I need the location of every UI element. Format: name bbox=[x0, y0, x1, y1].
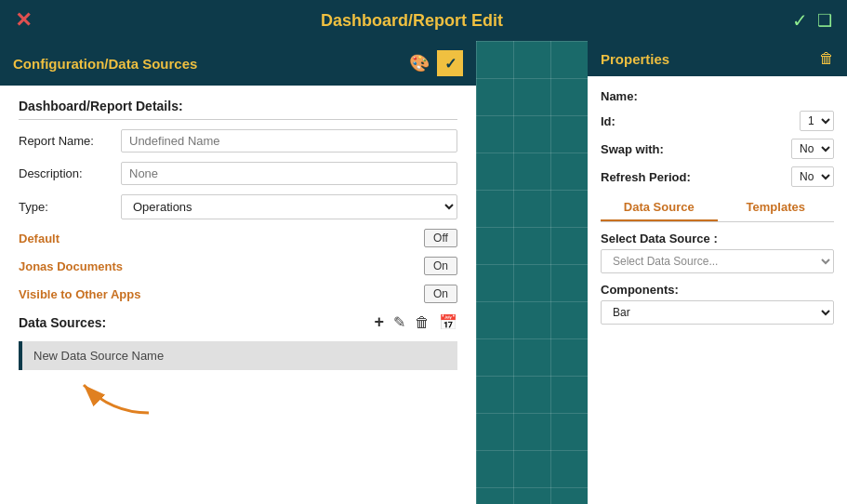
select-datasource-row: Select Data Source : Select Data Source.… bbox=[601, 232, 834, 273]
components-label: Components: bbox=[601, 283, 834, 297]
report-name-input[interactable] bbox=[121, 129, 457, 153]
check-box-icon[interactable]: ✓ bbox=[437, 50, 463, 76]
datasources-title: Data Sources: bbox=[19, 315, 374, 330]
swap-select[interactable]: No bbox=[791, 139, 834, 159]
default-toggle[interactable]: Off bbox=[424, 229, 457, 247]
top-header: ✕ Dashboard/Report Edit ✓ ❑ bbox=[0, 0, 847, 41]
right-panel-header: Properties 🗑 bbox=[588, 41, 847, 76]
left-panel-header-icons: 🎨 ✓ bbox=[409, 50, 463, 76]
right-panel: Properties 🗑 Name: Id: 1 Swap with: No bbox=[588, 41, 847, 504]
datasources-header: Data Sources: + ✎ 🗑 📅 bbox=[19, 312, 457, 332]
close-button[interactable]: ✕ bbox=[15, 8, 32, 33]
report-name-row: Report Name: bbox=[19, 129, 457, 153]
description-row: Description: bbox=[19, 162, 457, 185]
datasource-item[interactable]: New Data Source Name bbox=[19, 341, 457, 370]
swap-row: Swap with: No bbox=[601, 139, 834, 159]
default-toggle-row: Default Off bbox=[19, 229, 457, 247]
visible-apps-toggle[interactable]: On bbox=[424, 285, 457, 303]
jonas-documents-toggle-row: Jonas Documents On bbox=[19, 257, 457, 275]
arrow-svg bbox=[74, 376, 167, 422]
left-panel-header: Configuration/Data Sources 🎨 ✓ bbox=[0, 41, 476, 86]
jonas-documents-toggle[interactable]: On bbox=[424, 257, 457, 275]
tab-templates[interactable]: Templates bbox=[718, 194, 835, 221]
grid-lines bbox=[476, 41, 588, 504]
left-panel: Configuration/Data Sources 🎨 ✓ Dashboard… bbox=[0, 41, 476, 504]
id-row: Id: 1 bbox=[601, 111, 834, 131]
name-row: Name: bbox=[601, 89, 834, 103]
components-select[interactable]: Bar bbox=[601, 300, 834, 325]
add-datasource-icon[interactable]: + bbox=[374, 312, 384, 332]
type-row: Type: Operations bbox=[19, 194, 457, 219]
main-layout: Configuration/Data Sources 🎨 ✓ Dashboard… bbox=[0, 41, 847, 504]
swap-label: Swap with: bbox=[601, 142, 791, 156]
page-title: Dashboard/Report Edit bbox=[32, 11, 792, 31]
refresh-select[interactable]: No bbox=[791, 166, 834, 187]
type-select[interactable]: Operations bbox=[121, 194, 457, 219]
visible-apps-toggle-row: Visible to Other Apps On bbox=[19, 285, 457, 303]
right-panel-content: Name: Id: 1 Swap with: No Refresh Period… bbox=[588, 76, 847, 504]
tabs-row: Data Source Templates bbox=[601, 194, 834, 222]
default-label[interactable]: Default bbox=[19, 232, 424, 245]
top-header-left: ✕ bbox=[15, 8, 32, 33]
components-section: Components: Bar bbox=[601, 283, 834, 325]
type-label: Type: bbox=[19, 200, 121, 214]
top-header-right: ✓ ❑ bbox=[792, 9, 832, 32]
select-datasource-label: Select Data Source : bbox=[601, 232, 834, 245]
section-title: Dashboard/Report Details: bbox=[19, 99, 457, 120]
right-panel-title: Properties bbox=[601, 51, 669, 67]
refresh-label: Refresh Period: bbox=[601, 170, 791, 184]
id-select[interactable]: 1 bbox=[800, 111, 834, 131]
description-label: Description: bbox=[19, 166, 121, 180]
delete-datasource-icon[interactable]: 🗑 bbox=[415, 314, 430, 331]
arrow-annotation bbox=[19, 376, 457, 422]
left-panel-content: Dashboard/Report Details: Report Name: D… bbox=[0, 86, 476, 504]
tab-data-source[interactable]: Data Source bbox=[601, 194, 718, 221]
description-input[interactable] bbox=[121, 162, 457, 185]
palette-icon[interactable]: 🎨 bbox=[409, 53, 430, 73]
middle-panel bbox=[476, 41, 588, 504]
edit-datasource-icon[interactable]: ✎ bbox=[393, 313, 405, 331]
left-panel-title: Configuration/Data Sources bbox=[13, 56, 197, 72]
copy-button[interactable]: ❑ bbox=[817, 10, 832, 31]
ds-icon-row: + ✎ 🗑 📅 bbox=[374, 312, 457, 332]
properties-trash-icon[interactable]: 🗑 bbox=[819, 50, 834, 67]
confirm-button[interactable]: ✓ bbox=[792, 9, 808, 32]
report-name-label: Report Name: bbox=[19, 134, 121, 148]
datasource-select[interactable]: Select Data Source... bbox=[601, 249, 834, 273]
jonas-documents-label[interactable]: Jonas Documents bbox=[19, 259, 424, 273]
id-label: Id: bbox=[601, 114, 800, 128]
calendar-datasource-icon[interactable]: 📅 bbox=[439, 313, 457, 331]
name-label: Name: bbox=[601, 89, 834, 103]
visible-apps-label[interactable]: Visible to Other Apps bbox=[19, 287, 424, 301]
refresh-row: Refresh Period: No bbox=[601, 166, 834, 187]
